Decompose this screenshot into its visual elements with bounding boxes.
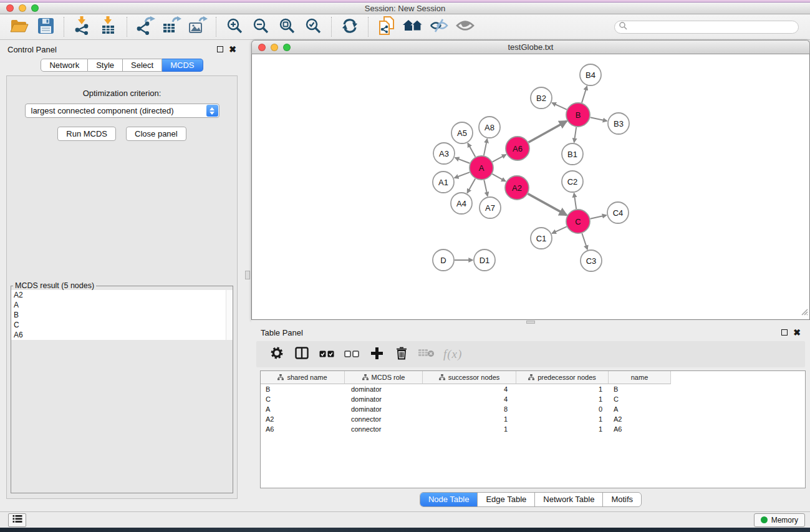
refresh-button[interactable] [337,16,363,38]
zoom-in-button[interactable] [221,16,248,38]
network-canvas[interactable]: B4B2BB3A8A5A6A3B1AA1C2A2A4A7C4CC1DD1C3 [251,54,810,320]
close-panel-icon[interactable]: ✖ [793,329,801,336]
search-field[interactable] [614,21,799,34]
column-header-name[interactable]: name [609,371,671,384]
table-row[interactable]: Bdominator41B [261,384,805,394]
show-graphics-details-button[interactable] [452,16,478,38]
mcds-result-item[interactable]: A [11,300,233,310]
select-stepper-icon [206,105,218,117]
minimize-window-button[interactable] [19,4,26,12]
zoom-out-icon [253,17,269,37]
graph-node-label: C4 [613,208,624,218]
column-header-mcds-role[interactable]: MCDS role [345,371,423,384]
copy-network-view-button[interactable] [374,16,400,38]
graph-edge [591,215,607,219]
delete-table-button[interactable] [418,345,435,364]
tab-edge-table[interactable]: Edge Table [478,493,535,506]
column-type-icon [439,374,445,380]
task-history-button[interactable] [8,513,26,527]
column-label: successor nodes [448,374,500,381]
graph-edge [529,121,567,142]
open-session-button[interactable] [6,16,32,38]
panel-layout-button[interactable] [294,345,310,364]
graph-edge [574,127,577,142]
function-builder-button[interactable]: f(x) [443,345,462,364]
add-column-button[interactable] [369,345,385,364]
close-window-button[interactable] [6,4,14,12]
splitter-handle[interactable] [245,271,250,279]
graph-node-label: A2 [512,183,522,193]
search-input[interactable] [627,22,798,32]
tab-network-table[interactable]: Network Table [535,493,603,506]
home-button[interactable] [400,16,426,38]
export-network-button[interactable] [132,16,158,38]
mcds-result-item[interactable]: A2 [11,290,233,300]
close-panel-button[interactable]: Close panel [126,127,186,141]
run-mcds-button[interactable]: Run MCDS [57,127,116,141]
resize-grip-icon[interactable] [801,307,808,318]
tab-network[interactable]: Network [41,59,88,72]
gear-icon [270,346,284,362]
mcds-result-item[interactable]: A6 [11,330,233,340]
deselect-all-columns-button[interactable] [344,345,360,364]
zoom-fit-button[interactable] [274,16,300,38]
column-header-predecessor-nodes[interactable]: predecessor nodes [516,371,609,384]
float-panel-icon[interactable] [781,329,788,336]
import-table-icon [100,16,117,37]
scrollbar[interactable] [226,290,233,340]
table-row[interactable]: Cdominator41C [261,394,805,404]
select-all-columns-button[interactable] [319,345,335,364]
table-cell: connector [345,415,423,423]
splitter-handle[interactable] [526,321,535,324]
horizontal-splitter[interactable] [251,320,810,324]
zoom-network-button[interactable] [283,44,291,51]
tab-select[interactable]: Select [123,59,162,72]
tab-mcds[interactable]: MCDS [162,59,203,72]
close-network-button[interactable] [258,44,266,51]
network-window-titlebar[interactable]: testGlobe.txt [251,40,810,54]
export-table-icon [162,16,181,37]
import-network-button[interactable] [69,16,95,38]
checked-boxes-icon [319,349,334,360]
zoom-in-icon [226,17,243,37]
column-header-shared-name[interactable]: shared name [261,371,345,384]
save-session-button[interactable] [32,16,59,38]
memory-button[interactable]: Memory [754,513,805,527]
minimize-network-button[interactable] [271,44,278,51]
column-header-successor-nodes[interactable]: successor nodes [423,371,516,384]
split-panel-icon [295,347,309,362]
table-cell: 4 [423,395,516,403]
float-panel-icon[interactable] [217,46,223,52]
graph-node-label: B2 [536,94,546,103]
export-table-button[interactable] [158,16,185,38]
control-panel-title: Control Panel [7,45,57,54]
graph-node-label: A7 [485,203,495,213]
node-table-header: shared name MCDS role successor nodes pr… [261,371,805,384]
table-row[interactable]: A2connector11A2 [261,414,805,424]
mcds-result-item[interactable]: B [11,310,233,320]
criterion-select[interactable]: largest connected component (directed) [25,104,219,118]
hide-graphics-button[interactable] [426,16,452,38]
table-cell: A2 [261,415,345,423]
delete-column-button[interactable] [393,345,410,364]
table-row[interactable]: Adominator80A [261,404,805,414]
graph-node-label: B4 [586,70,595,80]
close-panel-icon[interactable]: ✖ [229,46,236,52]
vertical-splitter[interactable] [244,40,251,511]
column-settings-button[interactable] [269,345,285,364]
import-network-icon [74,16,91,37]
table-tabs: Node Table Edge Table Network Table Moti… [251,492,810,507]
mcds-result-item[interactable]: C [11,320,233,330]
table-row[interactable]: A6connector11A6 [261,424,805,434]
zoom-window-button[interactable] [31,4,39,12]
zoom-out-button[interactable] [248,16,274,38]
list-icon [12,515,22,526]
window-title: Session: New Session [0,4,810,13]
tab-motifs[interactable]: Motifs [603,493,641,506]
tab-node-table[interactable]: Node Table [420,493,478,506]
import-table-button[interactable] [95,16,122,38]
export-image-button[interactable] [185,16,211,38]
table-cell: dominator [345,405,423,413]
zoom-selected-button[interactable] [300,16,326,38]
tab-style[interactable]: Style [88,59,123,72]
